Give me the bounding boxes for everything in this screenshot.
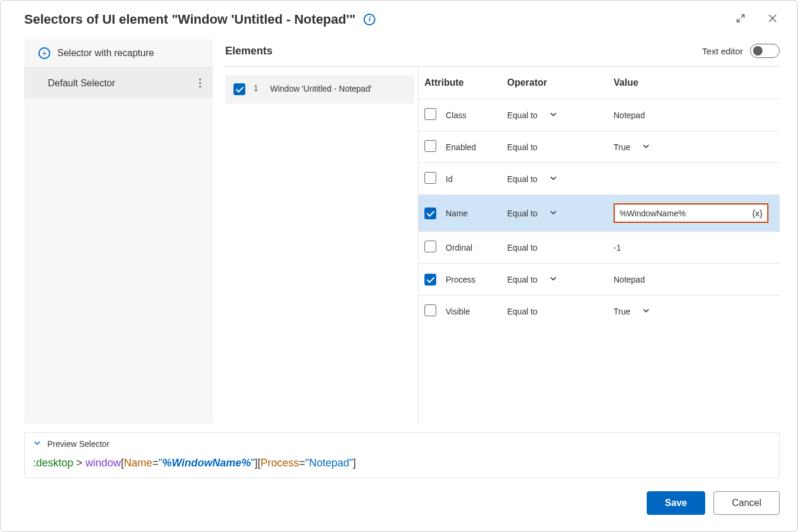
value-cell[interactable]: %WindowName%{x} <box>614 203 774 223</box>
kebab-menu-icon[interactable] <box>197 76 203 90</box>
chevron-down-icon <box>549 274 557 284</box>
elements-heading: Elements <box>225 45 273 57</box>
attribute-checkbox[interactable] <box>424 140 436 152</box>
titlebar: Selectors of UI element "Window 'Untitle… <box>1 1 797 33</box>
operator-cell[interactable]: Equal to <box>507 208 614 218</box>
element-index: 1 <box>254 83 262 93</box>
attribute-name: Ordinal <box>446 243 507 252</box>
value-cell[interactable]: True <box>614 142 774 152</box>
attribute-row[interactable]: VisibleEqual toTrue <box>419 295 780 327</box>
attribute-checkbox[interactable] <box>424 241 436 252</box>
attributes-header: Attribute Operator Value <box>419 67 780 99</box>
attribute-row[interactable]: ProcessEqual toNotepad <box>419 263 780 295</box>
col-value: Value <box>614 77 774 88</box>
attribute-checkbox[interactable] <box>424 108 436 120</box>
selector-builder-dialog: Selectors of UI element "Window 'Untitle… <box>0 0 798 532</box>
cancel-button[interactable]: Cancel <box>713 491 780 515</box>
attribute-name: Enabled <box>446 142 507 152</box>
preview-toggle[interactable]: Preview Selector <box>33 439 771 449</box>
operator-cell[interactable]: Equal to <box>507 243 614 252</box>
chevron-down-icon <box>642 306 650 316</box>
element-row[interactable]: 1 Window 'Untitled - Notepad' <box>225 75 414 103</box>
chevron-down-icon <box>33 439 41 449</box>
text-editor-label: Text editor <box>702 46 743 56</box>
text-editor-toggle[interactable] <box>750 44 780 58</box>
plus-icon: + <box>38 47 50 59</box>
attribute-name: Process <box>446 275 507 284</box>
operator-cell[interactable]: Equal to <box>507 307 614 316</box>
footer: Save Cancel <box>1 478 797 531</box>
preview-selector-text: :desktop > window[Name="%WindowName%"][P… <box>33 457 771 469</box>
value-cell[interactable]: Notepad <box>614 275 774 284</box>
add-selector-label: Selector with recapture <box>57 48 154 59</box>
attribute-name: Class <box>446 111 507 120</box>
selector-name: Default Selector <box>48 78 115 89</box>
attribute-name: Name <box>446 209 507 218</box>
elements-column: 1 Window 'Untitled - Notepad' <box>225 67 414 424</box>
value-input[interactable]: %WindowName%{x} <box>614 203 768 223</box>
col-operator: Operator <box>507 77 614 88</box>
attribute-row[interactable]: OrdinalEqual to-1 <box>419 231 780 263</box>
preview-panel: Preview Selector :desktop > window[Name=… <box>24 432 780 478</box>
preview-label: Preview Selector <box>47 439 109 449</box>
chevron-down-icon <box>549 110 557 120</box>
expand-button[interactable] <box>734 11 748 27</box>
attribute-row[interactable]: IdEqual to <box>419 163 780 194</box>
attribute-row[interactable]: NameEqual to%WindowName%{x} <box>419 194 780 231</box>
attribute-row[interactable]: EnabledEqual toTrue <box>419 131 780 163</box>
chevron-down-icon <box>642 142 650 152</box>
element-name: Window 'Untitled - Notepad' <box>270 83 406 95</box>
chevron-down-icon <box>549 208 557 218</box>
close-button[interactable] <box>765 11 780 27</box>
dialog-title: Selectors of UI element "Window 'Untitle… <box>24 12 355 27</box>
attribute-row[interactable]: ClassEqual toNotepad <box>419 99 780 131</box>
operator-cell[interactable]: Equal to <box>507 274 614 284</box>
sidebar: + Selector with recapture Default Select… <box>24 39 213 424</box>
attribute-name: Visible <box>446 307 507 316</box>
operator-cell[interactable]: Equal to <box>507 142 614 152</box>
attribute-checkbox[interactable] <box>424 172 436 184</box>
operator-cell[interactable]: Equal to <box>507 174 614 184</box>
save-button[interactable]: Save <box>647 491 705 515</box>
attribute-name: Id <box>446 174 507 184</box>
attribute-checkbox[interactable] <box>424 274 436 286</box>
attribute-checkbox[interactable] <box>424 304 436 316</box>
selector-list-item[interactable]: Default Selector <box>24 68 213 98</box>
variable-icon[interactable]: {x} <box>752 208 763 218</box>
chevron-down-icon <box>549 174 557 184</box>
col-attribute: Attribute <box>424 77 507 88</box>
element-checkbox[interactable] <box>233 83 245 95</box>
attribute-checkbox[interactable] <box>424 207 436 219</box>
value-cell[interactable]: Notepad <box>614 111 774 120</box>
value-cell[interactable]: -1 <box>614 243 774 252</box>
operator-cell[interactable]: Equal to <box>507 110 614 120</box>
add-selector-button[interactable]: + Selector with recapture <box>24 39 213 68</box>
info-icon[interactable]: i <box>364 14 375 25</box>
attributes-column: Attribute Operator Value ClassEqual toNo… <box>418 67 780 424</box>
value-cell[interactable]: True <box>614 306 774 316</box>
